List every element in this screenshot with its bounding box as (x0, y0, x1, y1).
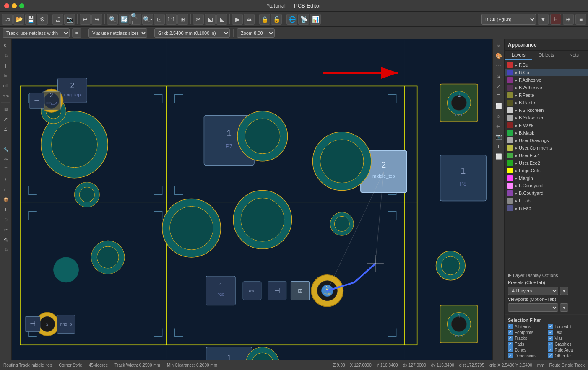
unlock-button[interactable]: 🔓 (271, 14, 282, 25)
layer-item-b-courtyard[interactable]: ●B.Courtyard (505, 189, 588, 197)
zoom-out-button[interactable]: 🔍- (142, 14, 153, 25)
line-tool[interactable]: / (1, 175, 10, 184)
refresh-button[interactable]: 🔄 (119, 14, 130, 25)
wave-tool[interactable]: ≈ (1, 135, 10, 144)
layer-item-user-comments[interactable]: ●User.Comments (505, 144, 588, 152)
close-button[interactable] (4, 3, 9, 8)
layer-item-b-silkscreen[interactable]: ●B.Silkscreen (505, 114, 588, 122)
layer-visibility-margin[interactable]: ● (515, 176, 517, 181)
grid-select[interactable]: Grid: 2.5400 mm (0.1000 in) (154, 28, 230, 38)
minimize-button[interactable] (12, 3, 17, 8)
sf-checkbox-8[interactable]: ✓ (508, 347, 513, 352)
viewports-select[interactable] (508, 303, 558, 312)
sf-checkbox-7[interactable]: ✓ (548, 342, 553, 347)
layer-item-f-adhesive[interactable]: ●F.Adhesive (505, 76, 588, 84)
extra-button[interactable]: ⊕ (563, 14, 574, 25)
copy-button[interactable]: ⬕ (205, 14, 216, 25)
inch-unit[interactable]: in (1, 71, 10, 80)
equal-button[interactable]: ≋ (494, 71, 503, 80)
text-button[interactable]: T (494, 142, 503, 151)
search-button[interactable]: 🔍 (107, 14, 118, 25)
highlight-button[interactable]: H (550, 14, 561, 25)
via-tool[interactable]: ⊙ (1, 215, 10, 224)
zoom-in-button[interactable]: 🔍+ (130, 14, 141, 25)
track-mode-button[interactable]: ≡ (72, 28, 81, 38)
draw-tool[interactable]: ✏ (1, 155, 10, 164)
rect-tool[interactable]: □ (1, 185, 10, 194)
paste-button[interactable]: ⬕ (216, 14, 227, 25)
layer-visibility-f-fab[interactable]: ● (515, 199, 517, 203)
layer-item-f-fab[interactable]: ●F.Fab (505, 197, 588, 204)
layer-visibility-b-silkscreen[interactable]: ● (515, 116, 517, 120)
camera-button[interactable]: 📷 (494, 132, 503, 141)
paint-button[interactable]: 🎨 (494, 51, 503, 60)
print-button[interactable]: 🖨 (52, 14, 63, 25)
tab-layers[interactable]: Layers (505, 51, 532, 60)
pcb-canvas-area[interactable]: 2 ring_top 2 ring_p ⊣ 1 P7 (12, 39, 492, 360)
arc-tool[interactable]: ⌒ (1, 165, 10, 174)
layer-item-b-mask[interactable]: ●B.Mask (505, 129, 588, 137)
layer-visibility-b-courtyard[interactable]: ● (515, 191, 517, 196)
layer-visibility-b-paste[interactable]: ● (515, 101, 517, 105)
layer-item-b-adhesive[interactable]: ●B.Adhesive (505, 84, 588, 91)
sf-checkbox-9[interactable]: ✓ (548, 347, 553, 352)
sf-checkbox-4[interactable]: ✓ (508, 336, 513, 341)
layer-item-edge-cuts[interactable]: ●Edge.Cuts (505, 167, 588, 174)
layer-visibility-f-cu[interactable]: ● (515, 63, 517, 67)
layer-item-b-cu[interactable]: ●B.Cu (505, 69, 588, 76)
layer-select[interactable]: B.Cu (PgDn) (481, 14, 536, 25)
select-tool[interactable]: ↖ (1, 41, 10, 50)
layer-item-f-silkscreen[interactable]: ●F.Silkscreen (505, 106, 588, 114)
layer-visibility-b-mask[interactable]: ● (515, 131, 517, 135)
back-button[interactable]: ↩ (494, 122, 503, 131)
connect-tool[interactable]: 🔌 (1, 235, 10, 244)
layer-visibility-f-paste[interactable]: ● (515, 93, 517, 98)
layer-display-options-toggle[interactable]: ▶ Layer Display Options (508, 271, 585, 279)
sf-checkbox-1[interactable]: ✓ (548, 324, 553, 329)
viewports-dropdown[interactable]: ▼ (560, 303, 568, 312)
layer-item-b-fab[interactable]: ●B.Fab (505, 204, 588, 212)
sf-checkbox-5[interactable]: ✓ (548, 336, 553, 341)
layer-item-margin[interactable]: ●Margin (505, 174, 588, 182)
sf-checkbox-0[interactable]: ✓ (508, 324, 513, 329)
layer-visibility-b-fab[interactable]: ● (515, 206, 517, 211)
net-inspector-button[interactable]: 🌐 (286, 14, 297, 25)
undo-button[interactable]: ↩ (80, 14, 91, 25)
mm-unit[interactable]: mm (1, 91, 10, 101)
sf-checkbox-6[interactable]: ✓ (508, 342, 513, 347)
sf-checkbox-2[interactable]: ✓ (508, 330, 513, 335)
via-size-select[interactable]: Via: use netclass sizes (88, 28, 147, 38)
layer-item-f-courtyard[interactable]: ●F.Courtyard (505, 182, 588, 189)
layer-visibility-f-adhesive[interactable]: ● (515, 78, 517, 83)
hatch-button[interactable]: ↗ (494, 81, 503, 91)
mil-unit[interactable]: mil (1, 81, 10, 91)
redo-button[interactable]: ↪ (91, 14, 102, 25)
layer-visibility-user-comments[interactable]: ● (515, 146, 517, 150)
layer-visibility-user-eco1[interactable]: ● (515, 153, 517, 158)
inspect-tool[interactable]: ⊕ (1, 51, 10, 60)
zoom-actual-button[interactable]: 1:1 (166, 14, 177, 25)
extra-tool[interactable]: ⊕ (1, 245, 10, 254)
measure-tool[interactable]: | (1, 61, 10, 70)
layer-item-user-eco2[interactable]: ●User.Eco2 (505, 159, 588, 167)
more-button[interactable]: ≡ (575, 14, 586, 25)
sf-checkbox-11[interactable]: ✓ (548, 353, 553, 358)
lock-button[interactable]: 🔒 (259, 14, 270, 25)
cut-button[interactable]: ✂ (193, 14, 204, 25)
layer-item-b-paste[interactable]: ●B.Paste (505, 99, 588, 106)
route-button[interactable]: ▶ (232, 14, 243, 25)
layer-visibility-b-adhesive[interactable]: ● (515, 85, 517, 90)
stripes-button[interactable]: ☰ (494, 91, 503, 101)
sf-checkbox-3[interactable]: ✓ (548, 330, 553, 335)
layer-visibility-user-drawings[interactable]: ● (515, 138, 517, 143)
layer-item-user-eco1[interactable]: ●User.Eco1 (505, 152, 588, 159)
layer-dropdown-button[interactable]: ▼ (538, 14, 549, 25)
settings-button[interactable]: ⚙ (37, 14, 48, 25)
rect-button[interactable]: ⬜ (494, 101, 503, 111)
traffic-lights[interactable] (4, 3, 24, 8)
new-button[interactable]: 🗂 (2, 14, 13, 25)
track-width-select[interactable]: Track: use netclass width (3, 28, 70, 38)
save-button[interactable]: 💾 (25, 14, 36, 25)
package-tool[interactable]: 📦 (1, 195, 10, 204)
circle-button[interactable]: ○ (494, 111, 503, 121)
